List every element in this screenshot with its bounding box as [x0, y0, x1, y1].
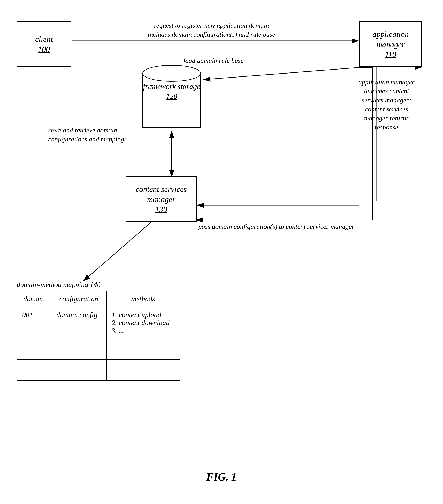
mapping-table-container: domain-method mapping 140 domain configu…: [17, 281, 180, 381]
app-manager-launches-label: application manager launches content ser…: [353, 77, 420, 132]
mapping-table: domain configuration methods 001 domain …: [17, 291, 180, 381]
store-retrieve-label: store and retrieve domain configurations…: [48, 126, 132, 144]
col-header-methods: methods: [106, 291, 180, 307]
cell-methods-1: 1. content upload 2. content download 3.…: [106, 307, 180, 339]
table-row: [17, 339, 180, 360]
framework-storage-label: framework storage 120: [142, 82, 201, 101]
csm-label: content services manager: [126, 184, 196, 205]
request-label: request to register new application doma…: [75, 21, 348, 39]
svg-line-6: [84, 222, 151, 281]
client-number: 100: [38, 45, 50, 54]
cell-methods-2: [106, 339, 180, 360]
app-manager-label: application manager: [360, 29, 421, 50]
csm-number: 130: [155, 205, 167, 214]
cell-config-3: [51, 360, 106, 381]
table-row: 001 domain config 1. content upload 2. c…: [17, 307, 180, 339]
col-header-domain: domain: [17, 291, 51, 307]
client-box: client 100: [17, 21, 71, 67]
svg-line-3: [204, 68, 359, 80]
app-manager-number: 110: [385, 50, 396, 59]
cylinder-top: [142, 65, 201, 82]
cell-methods-3: [106, 360, 180, 381]
cell-config-1: domain config: [51, 307, 106, 339]
app-manager-box: application manager 110: [359, 21, 422, 67]
client-label: client: [35, 34, 53, 44]
table-row: [17, 360, 180, 381]
col-header-config: configuration: [51, 291, 106, 307]
cell-domain-3: [17, 360, 51, 381]
cell-config-2: [51, 339, 106, 360]
cell-domain-2: [17, 339, 51, 360]
figure-caption: FIG. 1: [206, 471, 237, 483]
framework-storage: framework storage 120: [142, 65, 201, 132]
pass-domain-label: pass domain configuration(s) to content …: [197, 222, 356, 231]
cell-domain-1: 001: [17, 307, 51, 339]
csm-box: content services manager 130: [126, 176, 197, 222]
load-domain-label: load domain rule base: [172, 56, 256, 65]
mapping-label: domain-method mapping 140: [17, 281, 180, 289]
